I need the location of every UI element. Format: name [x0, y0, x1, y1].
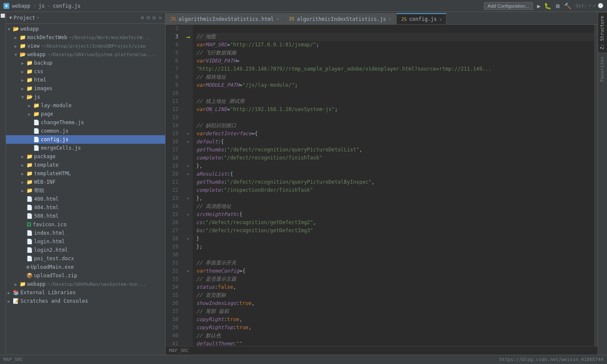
code-line-24: // 高清图地址 — [196, 202, 594, 210]
tree-item-changeTheme[interactable]: 📄changeTheme.js — [6, 118, 165, 127]
tree-item-loginhtml[interactable]: 📄login.html — [6, 237, 165, 246]
left-panel-toggle[interactable]: ⬜ — [0, 14, 5, 18]
panel-settings-icon[interactable]: ⚙ — [152, 14, 156, 21]
tree-item-login2html[interactable]: 📄login2.html — [6, 246, 165, 254]
app-name: webapp — [12, 3, 30, 9]
right-tab-structure[interactable]: Z: Structure — [598, 12, 607, 53]
gutter-28: ▾ — [183, 235, 193, 243]
gutter-13 — [183, 114, 193, 122]
code-line-18: complete: "/defect/recognition/finishTas… — [196, 154, 594, 162]
tree-item-templateHTML[interactable]: ▶📁templateHTML — [6, 169, 165, 178]
line-num-19: 19 — [166, 162, 181, 170]
gutter-33 — [183, 275, 193, 283]
line-num-13: 13 — [166, 114, 181, 122]
line-num-28: 28 — [166, 235, 181, 243]
gutter-7 — [183, 65, 193, 73]
tab-tab3[interactable]: JSconfig.js✕ — [396, 13, 447, 24]
debug-icon[interactable]: 🐛 — [544, 3, 551, 9]
code-line-7: "http://211.149.239.146:7079//rtmp_sampl… — [196, 65, 594, 73]
line-num-33: 33 — [166, 275, 181, 283]
tree-item-400html[interactable]: 📄400.html — [6, 195, 165, 203]
panel-add-icon[interactable]: ⊕ — [141, 14, 144, 21]
right-tab-favorites[interactable]: Favorites — [598, 53, 607, 85]
line-num-6: 6 — [166, 57, 181, 65]
line-num-20: 20 — [166, 170, 181, 178]
tree-item-ext-lib[interactable]: ▶📚External Libraries — [6, 288, 165, 297]
gutter-22 — [183, 186, 193, 194]
code-line-12: var ON_LINE = "http://192.168.1.20/uavSy… — [196, 105, 594, 114]
tree-item-uploadtool[interactable]: 📦uploadTool.zip — [6, 271, 165, 280]
tree-item-500html[interactable]: 📄500.html — [6, 212, 165, 220]
tree-item-common[interactable]: 📄common.js — [6, 127, 165, 135]
code-line-27: bs: "/defect/recognition/getDefectImg3" — [196, 227, 594, 235]
tree-item-indexhtml[interactable]: 📄index.html — [6, 229, 165, 237]
tree-item-uploadmain[interactable]: ⚙UploadMain.exe — [6, 263, 165, 271]
tree-item-package[interactable]: ▶📁package — [6, 152, 165, 161]
tree-item-faviconico[interactable]: 🖼favicon.ico — [6, 220, 165, 229]
panel-close-icon[interactable]: ✕ — [158, 14, 162, 21]
project-dropdown-icon[interactable]: ▼ — [9, 15, 12, 20]
tree-item-poi_test[interactable]: 📄poi_test.docx — [6, 254, 165, 263]
gutter-15: ▾ — [183, 130, 193, 138]
app-icon: W — [3, 3, 9, 9]
gutter-5 — [183, 49, 193, 57]
add-configuration-button[interactable]: Add Configuration... — [484, 2, 533, 10]
run-icon[interactable]: ▶ — [537, 3, 541, 9]
line-num-35: 35 — [166, 291, 181, 299]
gutter-35 — [183, 291, 193, 299]
tree-item-webapp-uav[interactable]: ▼📂webapp ~/Desktop/UAV/uavSystem-platfor… — [6, 50, 165, 59]
tree-item-mergeCells[interactable]: 📄mergeCells.js — [6, 144, 165, 152]
build-icon[interactable]: 🔨 — [564, 3, 571, 9]
git-label: Git: — [576, 3, 587, 9]
tree-item-lay-module[interactable]: ▶📁lay-module — [6, 101, 165, 110]
tree-item-webapp-root[interactable]: ▼📂webapp — [6, 25, 165, 33]
code-line-9: var MODULE_PATH = "/js/lay-module/"; — [196, 81, 594, 89]
gutter-29 — [183, 243, 193, 251]
gutter-8 — [183, 73, 193, 81]
tree-item-view[interactable]: ▶📁view ~/Desktop/project/IndexDBProject/… — [6, 42, 165, 50]
tree-item-template[interactable]: ▶📁template — [6, 161, 165, 169]
tree-item-mockdefect[interactable]: ▶📁mockDefectWeb ~/Desktop/Work/mockDefec… — [6, 33, 165, 42]
git-clock-icon: 🕐 — [598, 3, 604, 9]
line-num-17: 17 — [166, 146, 181, 154]
tree-item-help[interactable]: ▶📁帮助 — [6, 186, 165, 195]
code-line-2 — [196, 25, 594, 33]
gutter-37 — [183, 307, 193, 316]
tab-tab1[interactable]: JSalgorithmicIndexStatistics.html✕ — [166, 13, 283, 24]
file-tree: ▼📂webapp▶📁mockDefectWeb ~/Desktop/Work/m… — [6, 24, 165, 355]
project-dropdown-arrow[interactable]: ▾ — [37, 15, 40, 20]
variable-hint-bar: MAP_SRC — [166, 346, 598, 355]
tab-tab2[interactable]: JSalgorithmicIndexStatistics.js✕ — [284, 13, 396, 24]
status-map-src: MAP_SRC — [3, 357, 23, 362]
tree-item-js[interactable]: ▼📂js — [6, 93, 165, 101]
line-num-27: 27 — [166, 227, 181, 235]
gutter-38 — [183, 316, 193, 324]
tree-item-404html[interactable]: 📄404.html — [6, 203, 165, 212]
tree-item-page[interactable]: ▶📁page — [6, 110, 165, 118]
panel-collapse-icon[interactable]: ⊟ — [147, 14, 150, 21]
tree-item-webapp-hun[interactable]: ▶📁webapp ~/Desktop/UAVHuNan/uavSystem-hu… — [6, 280, 165, 288]
gutter-14 — [183, 122, 193, 130]
scrollbar-vertical[interactable] — [594, 25, 598, 346]
code-line-11: // 线上地址 测试用 — [196, 97, 594, 105]
line-num-16: 16 — [166, 138, 181, 146]
tree-item-config[interactable]: 📄config.js — [6, 135, 165, 144]
line-num-2: 2 — [166, 25, 181, 33]
tree-item-scratches[interactable]: ▶📝Scratches and Consoles — [6, 297, 165, 305]
left-side-panel: ⬜ — [0, 12, 6, 355]
variable-hint-text: MAP_SRC — [169, 348, 189, 353]
tab-bar: JSalgorithmicIndexStatistics.html✕JSalgo… — [166, 12, 598, 25]
tree-item-images[interactable]: ▶📁images — [6, 84, 165, 93]
code-area[interactable]: // 地图 var MAP_SRC = "http://127.0.0.1:81… — [193, 25, 594, 346]
tree-item-css[interactable]: ▶📁css — [6, 67, 165, 76]
tree-item-WEB-INF[interactable]: ▶📁WEB-INF — [6, 178, 165, 186]
tree-item-backup[interactable]: ▶📁backup — [6, 59, 165, 67]
tree-item-html[interactable]: ▶📁html — [6, 76, 165, 84]
gutter-2 — [183, 25, 193, 33]
gutter-9 — [183, 81, 193, 89]
stop-icon[interactable]: ⏹ — [555, 3, 561, 9]
line-num-32: 32 — [166, 267, 181, 275]
project-panel: ▼ Project ▾ ⊕ ⊟ ⚙ ✕ ▼📂webapp▶📁mockDefect… — [6, 12, 166, 355]
line-num-15: 15 — [166, 130, 181, 138]
code-line-32: var themeConfig = { — [196, 267, 594, 275]
